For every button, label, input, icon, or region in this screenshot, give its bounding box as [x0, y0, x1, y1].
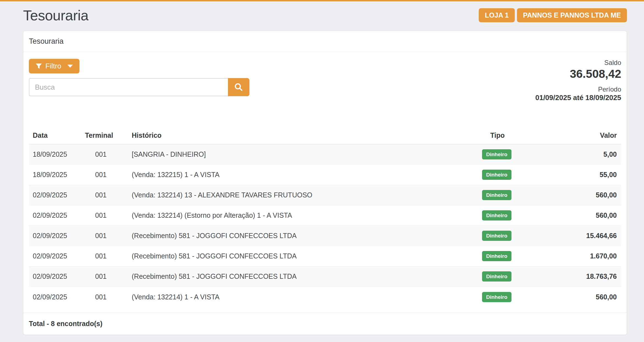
- table-row[interactable]: 02/09/2025 001 (Recebimento) 581 - JOGGO…: [29, 226, 621, 246]
- cell-value: 560,00: [555, 211, 621, 219]
- filter-search-group: Filtro: [29, 59, 249, 102]
- cell-date: 02/09/2025: [29, 211, 81, 219]
- type-badge: Dinheiro: [482, 251, 511, 261]
- table-footer-total: Total - 8 encontrado(s): [23, 313, 627, 335]
- page-title: Tesouraria: [23, 7, 89, 24]
- column-header-data: Data: [29, 131, 81, 139]
- type-badge: Dinheiro: [482, 190, 511, 200]
- cell-date: 02/09/2025: [29, 272, 81, 280]
- type-badge: Dinheiro: [482, 149, 511, 159]
- cell-value: 55,00: [555, 171, 621, 179]
- cell-terminal: 001: [81, 272, 128, 280]
- cell-value: 18.763,76: [555, 272, 621, 280]
- cell-history: (Recebimento) 581 - JOGGOFI CONFECCOES L…: [128, 232, 478, 240]
- search-row: [29, 78, 249, 96]
- search-icon: [234, 83, 243, 92]
- table-row[interactable]: 02/09/2025 001 (Venda: 132214) 13 - ALEX…: [29, 185, 621, 205]
- filter-funnel-icon: [35, 63, 45, 69]
- cell-history: (Venda: 132214) 13 - ALEXANDRE TAVARES F…: [128, 191, 478, 199]
- cell-type: Dinheiro: [478, 210, 555, 220]
- top-accent-bar: [0, 0, 644, 1]
- periodo-label: Período: [535, 85, 621, 93]
- cell-history: (Recebimento) 581 - JOGGOFI CONFECCOES L…: [128, 272, 478, 280]
- card-title: Tesouraria: [23, 31, 627, 52]
- table-row[interactable]: 02/09/2025 001 (Venda: 132214) (Estorno …: [29, 205, 621, 226]
- saldo-value: 36.508,42: [535, 67, 621, 81]
- company-button[interactable]: PANNOS E PANNOS LTDA ME: [517, 8, 627, 22]
- cell-terminal: 001: [81, 232, 128, 240]
- cell-type: Dinheiro: [478, 251, 555, 261]
- table-row[interactable]: 18/09/2025 001 (Venda: 132215) 1 - A VIS…: [29, 165, 621, 185]
- cell-date: 02/09/2025: [29, 191, 81, 199]
- cell-type: Dinheiro: [478, 292, 555, 302]
- cell-value: 1.670,00: [555, 252, 621, 260]
- column-header-terminal: Terminal: [81, 131, 128, 139]
- search-button[interactable]: [228, 78, 249, 96]
- store-button[interactable]: LOJA 1: [479, 8, 515, 22]
- table-row[interactable]: 18/09/2025 001 [SANGRIA - DINHEIRO] Dinh…: [29, 144, 621, 165]
- cell-value: 560,00: [555, 293, 621, 301]
- cell-type: Dinheiro: [478, 271, 555, 282]
- cell-type: Dinheiro: [478, 231, 555, 241]
- cell-date: 02/09/2025: [29, 293, 81, 301]
- type-badge: Dinheiro: [482, 292, 511, 302]
- table-row[interactable]: 02/09/2025 001 (Recebimento) 581 - JOGGO…: [29, 266, 621, 287]
- cell-terminal: 001: [81, 211, 128, 219]
- type-badge: Dinheiro: [482, 170, 511, 180]
- cell-history: (Venda: 132214) (Estorno por Alteração) …: [128, 211, 478, 219]
- chevron-down-icon: [67, 65, 73, 68]
- type-badge: Dinheiro: [482, 271, 511, 282]
- type-badge: Dinheiro: [482, 231, 511, 241]
- periodo-value: 01/09/2025 até 18/09/2025: [535, 94, 621, 102]
- cell-terminal: 001: [81, 150, 128, 158]
- cell-date: 18/09/2025: [29, 171, 81, 179]
- page-header: Tesouraria LOJA 1 PANNOS E PANNOS LTDA M…: [23, 6, 627, 24]
- table-body: 18/09/2025 001 [SANGRIA - DINHEIRO] Dinh…: [29, 144, 621, 307]
- cell-type: Dinheiro: [478, 170, 555, 180]
- cell-terminal: 001: [81, 252, 128, 260]
- column-header-valor: Valor: [555, 131, 621, 139]
- cell-terminal: 001: [81, 171, 128, 179]
- cell-history: (Venda: 132214) 1 - A VISTA: [128, 293, 478, 301]
- cell-value: 560,00: [555, 191, 621, 199]
- toolbar: Filtro Saldo 36.508,42 Período: [23, 52, 627, 102]
- cell-date: 02/09/2025: [29, 252, 81, 260]
- column-header-tipo: Tipo: [478, 131, 555, 139]
- column-header-historico: Histórico: [128, 131, 478, 139]
- cell-type: Dinheiro: [478, 149, 555, 159]
- cell-terminal: 001: [81, 191, 128, 199]
- filter-button[interactable]: Filtro: [29, 59, 79, 73]
- cell-value: 5,00: [555, 150, 621, 158]
- cell-date: 18/09/2025: [29, 150, 81, 158]
- tesouraria-card: Tesouraria Filtro: [23, 31, 627, 335]
- search-input[interactable]: [29, 78, 228, 96]
- cell-value: 15.464,66: [555, 232, 621, 240]
- cell-history: (Venda: 132215) 1 - A VISTA: [128, 171, 478, 179]
- cell-history: (Recebimento) 581 - JOGGOFI CONFECCOES L…: [128, 252, 478, 260]
- header-buttons: LOJA 1 PANNOS E PANNOS LTDA ME: [479, 8, 627, 22]
- table-row[interactable]: 02/09/2025 001 (Venda: 132214) 1 - A VIS…: [29, 287, 621, 307]
- filter-button-label: Filtro: [45, 62, 61, 70]
- summary-panel: Saldo 36.508,42 Período 01/09/2025 até 1…: [535, 59, 621, 102]
- type-badge: Dinheiro: [482, 210, 511, 220]
- transactions-table: Data Terminal Histórico Tipo Valor 18/09…: [29, 127, 621, 307]
- table-header-row: Data Terminal Histórico Tipo Valor: [29, 127, 621, 144]
- cell-history: [SANGRIA - DINHEIRO]: [128, 150, 478, 158]
- cell-terminal: 001: [81, 293, 128, 301]
- cell-type: Dinheiro: [478, 190, 555, 200]
- cell-date: 02/09/2025: [29, 232, 81, 240]
- saldo-label: Saldo: [535, 59, 621, 67]
- table-row[interactable]: 02/09/2025 001 (Recebimento) 581 - JOGGO…: [29, 246, 621, 266]
